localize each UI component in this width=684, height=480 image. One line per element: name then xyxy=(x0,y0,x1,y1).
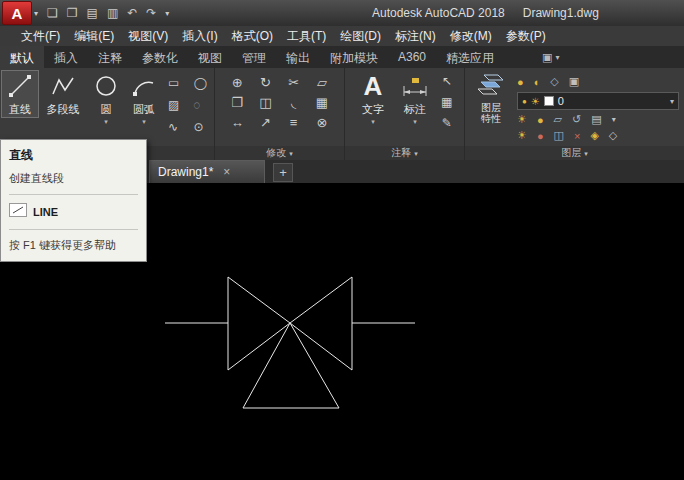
menu-item-view[interactable]: 视图(V) xyxy=(121,26,175,47)
fillet-icon[interactable]: ◟ xyxy=(282,95,306,110)
hatch-tool-icon[interactable]: ▨ xyxy=(168,98,181,112)
ribbon-tab-view[interactable]: 视图 xyxy=(188,46,232,68)
arc-tool-button[interactable]: 圆弧 ▾ xyxy=(124,71,164,126)
menu-item-modify[interactable]: 修改(M) xyxy=(443,26,499,47)
layer-row3: ☀ ● ◫ × ◈ ◇ xyxy=(517,129,679,142)
redo-icon[interactable]: ↷ xyxy=(146,6,156,20)
rotate-icon[interactable]: ↻ xyxy=(253,75,277,90)
line-tool-button[interactable]: 直线 xyxy=(2,71,38,117)
layer-properties-button[interactable]: 图层 特性 xyxy=(469,72,513,124)
stretch-icon[interactable]: ↔ xyxy=(225,115,249,130)
annotate-extra-tools: ↖ ▦ ✎ xyxy=(441,74,452,130)
new-file-tab-button[interactable]: + xyxy=(273,163,293,182)
point-icon[interactable]: ⊙ xyxy=(193,120,206,134)
annotate-panel-label[interactable]: 注释 ▾ xyxy=(345,146,464,160)
layer-state-caret-icon[interactable]: ▾ xyxy=(612,115,616,124)
circle-tool-button[interactable]: 圆 ▾ xyxy=(88,71,124,126)
layer-properties-icon xyxy=(476,72,506,102)
menu-item-dimension[interactable]: 标注(N) xyxy=(388,26,443,47)
layer-unlock-icon[interactable]: ◇ xyxy=(609,129,617,142)
layer-bulb2-icon[interactable]: ● xyxy=(537,114,544,126)
layer-sun2-icon[interactable]: ☀ xyxy=(517,113,527,126)
explode-icon[interactable]: ⊗ xyxy=(310,115,334,130)
spline-icon[interactable]: ∿ xyxy=(168,120,181,134)
trim-icon[interactable]: ✂ xyxy=(282,75,306,90)
annotate-panel: A 文字 ▾ 标注 ▾ ↖ ▦ ✎ 注释 ▾ xyxy=(345,68,465,160)
file-tab-drawing1[interactable]: Drawing1* × xyxy=(149,160,265,183)
layer-color-swatch xyxy=(544,96,554,106)
arc-icon xyxy=(131,71,157,101)
ribbon-tab-annotate[interactable]: 注释 xyxy=(88,46,132,68)
layer-off-all-icon[interactable]: ● xyxy=(537,130,544,142)
menu-item-insert[interactable]: 插入(I) xyxy=(175,26,224,47)
ribbon-tab-addins[interactable]: 附加模块 xyxy=(320,46,388,68)
move-icon[interactable]: ⊕ xyxy=(225,75,249,90)
polyline-tool-label: 多段线 xyxy=(47,102,80,117)
menu-item-format[interactable]: 格式(O) xyxy=(225,26,280,47)
app-name: Autodesk AutoCAD 2018 xyxy=(372,6,505,20)
layer-isolate-icon[interactable]: ◐ xyxy=(534,76,541,88)
layer-off-icon[interactable]: ● xyxy=(517,76,524,88)
dimension-tool-button[interactable]: 标注 ▾ xyxy=(395,71,435,126)
current-layer-name: 0 xyxy=(558,95,564,107)
layer-match-icon[interactable]: ▱ xyxy=(554,113,562,126)
layer-previous-icon[interactable]: ↺ xyxy=(572,113,581,126)
undo-icon[interactable]: ↶ xyxy=(127,6,137,20)
layers-controls: ● ◐ ◇ ▣ ● ☀ 0 ▾ ☀ ● ▱ ↺ ▤ xyxy=(517,72,679,142)
modify-panel-label[interactable]: 修改 ▾ xyxy=(215,146,344,160)
layer-lock2-icon[interactable]: ◈ xyxy=(590,129,598,142)
text-tool-button[interactable]: A 文字 ▾ xyxy=(355,71,391,126)
new-file-icon[interactable]: ❏ xyxy=(47,6,58,20)
ribbon-tab-home[interactable]: 默认 xyxy=(0,46,44,68)
erase-icon[interactable]: ▱ xyxy=(310,75,334,90)
qat-dropdown-caret[interactable]: ▾ xyxy=(165,9,169,18)
ribbon-tab-a360[interactable]: A360 xyxy=(388,46,436,68)
save-icon[interactable]: ▤ xyxy=(87,6,98,20)
ribbon-tab-featured-apps[interactable]: 精选应用 xyxy=(436,46,504,68)
menu-item-edit[interactable]: 编辑(E) xyxy=(67,26,121,47)
layer-merge-icon[interactable]: ◫ xyxy=(554,129,564,142)
text-tool-caret-icon[interactable]: ▾ xyxy=(371,118,375,126)
file-tab-close-icon[interactable]: × xyxy=(223,165,230,179)
menu-item-draw[interactable]: 绘图(D) xyxy=(333,26,388,47)
app-logo-caret-icon[interactable]: ▾ xyxy=(34,9,38,18)
polyline-tool-button[interactable]: 多段线 xyxy=(40,71,86,117)
circle-tool-caret-icon[interactable]: ▾ xyxy=(104,118,108,126)
dimension-tool-caret-icon[interactable]: ▾ xyxy=(413,118,417,126)
app-logo-button[interactable]: A xyxy=(2,1,32,25)
table-icon[interactable]: ▦ xyxy=(441,95,452,109)
menu-item-file[interactable]: 文件(F) xyxy=(14,26,67,47)
rectangle-tool-icon[interactable]: ▭ xyxy=(168,76,181,90)
mirror-icon[interactable]: ◫ xyxy=(253,95,277,110)
layers-panel-label[interactable]: 图层 ▾ xyxy=(465,146,684,160)
revision-cloud-icon[interactable]: ◌ xyxy=(193,98,206,112)
layer-freeze-icon[interactable]: ◇ xyxy=(550,75,558,88)
layer-walk-icon[interactable]: ▤ xyxy=(591,113,601,126)
modify-tools-grid: ⊕ ↻ ✂ ▱ ❐ ◫ ◟ ▦ ↔ ↗ ≡ ⊗ xyxy=(215,68,344,130)
offset-icon[interactable]: ≡ xyxy=(282,115,306,130)
ribbon-tab-manage[interactable]: 管理 xyxy=(232,46,276,68)
open-folder-icon[interactable]: ❐ xyxy=(67,6,78,20)
ribbon-tab-parametric[interactable]: 参数化 xyxy=(132,46,188,68)
menu-item-tools[interactable]: 工具(T) xyxy=(280,26,333,47)
circle-tool-label: 圆 xyxy=(101,102,112,117)
layer-delete-icon[interactable]: × xyxy=(574,130,580,142)
ribbon-display-toggle[interactable]: ▣ ▾ xyxy=(542,51,559,64)
layer-combo-caret-icon[interactable]: ▾ xyxy=(670,97,674,106)
copy-icon[interactable]: ❐ xyxy=(225,95,249,110)
array-icon[interactable]: ▦ xyxy=(310,95,334,110)
layer-combo[interactable]: ● ☀ 0 ▾ xyxy=(517,92,679,110)
layer-lock-icon[interactable]: ▣ xyxy=(569,75,579,88)
ribbon-tab-output[interactable]: 输出 xyxy=(276,46,320,68)
print-icon[interactable]: ▥ xyxy=(107,6,118,20)
scale-icon[interactable]: ↗ xyxy=(253,115,277,130)
leader-icon[interactable]: ↖ xyxy=(441,74,452,88)
layer-row1: ● ◐ ◇ ▣ xyxy=(517,75,679,88)
ellipse-tool-icon[interactable]: ◯ xyxy=(193,76,206,90)
arc-tool-caret-icon[interactable]: ▾ xyxy=(142,118,146,126)
layer-freeze-all-icon[interactable]: ☀ xyxy=(517,129,527,142)
text-style-icon[interactable]: ✎ xyxy=(441,116,452,130)
menu-item-parametric[interactable]: 参数(P) xyxy=(499,26,553,47)
ribbon-tab-insert[interactable]: 插入 xyxy=(44,46,88,68)
ribbon-toggle-icon: ▣ xyxy=(542,51,552,64)
